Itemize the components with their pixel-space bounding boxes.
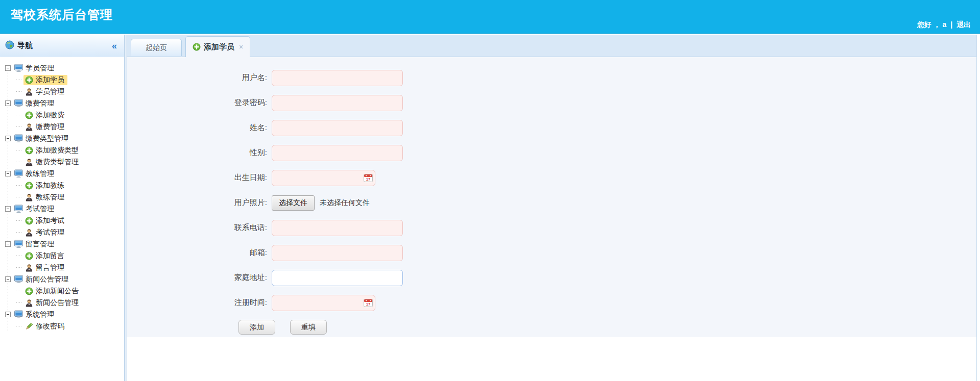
- collapse-node-icon[interactable]: [5, 100, 11, 106]
- add-icon: [25, 181, 33, 190]
- form-row-username: 用户名:: [127, 65, 976, 90]
- svg-text:17: 17: [366, 176, 370, 181]
- name-label: 姓名:: [127, 123, 272, 133]
- tree-item-change-password[interactable]: 修改密码: [5, 320, 124, 332]
- calendar-icon[interactable]: 17: [364, 173, 373, 182]
- form-row-address: 家庭地址:: [127, 265, 976, 290]
- form-row-phone: 联系电话:: [127, 215, 976, 240]
- tree-item-add-exam[interactable]: 添加考试: [5, 215, 124, 226]
- password-field[interactable]: [272, 95, 403, 111]
- tree-item-add-message[interactable]: 添加留言: [5, 250, 124, 262]
- phone-label: 联系电话:: [127, 223, 272, 233]
- app-header: 驾校系统后台管理 您好 ， a | 退出: [0, 0, 980, 34]
- tab-start-page[interactable]: 起始页: [131, 39, 182, 56]
- collapse-node-icon[interactable]: [5, 276, 11, 282]
- form-row-gender: 性别:: [127, 140, 976, 165]
- tree-item-label: 修改密码: [36, 322, 64, 331]
- app-title: 驾校系统后台管理: [11, 7, 113, 23]
- tree-item-add-payment[interactable]: 添加缴费: [5, 109, 124, 121]
- address-field[interactable]: [272, 270, 403, 286]
- tree-item-student-mgmt[interactable]: 学员管理: [5, 62, 124, 74]
- reset-button[interactable]: 重填: [290, 320, 327, 335]
- sidebar-title: 导航: [17, 41, 110, 50]
- tree-item-manage-coach[interactable]: 教练管理: [5, 191, 124, 203]
- user-icon: [25, 193, 33, 201]
- monitor-icon: [14, 134, 23, 143]
- gender-field[interactable]: [272, 145, 403, 161]
- collapse-node-icon[interactable]: [5, 206, 11, 212]
- collapse-node-icon[interactable]: [5, 241, 11, 247]
- birthdate-label: 出生日期:: [127, 173, 272, 183]
- name-field[interactable]: [272, 120, 403, 136]
- tree-item-manage-payment-type[interactable]: 缴费类型管理: [5, 156, 124, 168]
- choose-file-button[interactable]: 选择文件: [272, 195, 315, 211]
- tab-add-student[interactable]: 添加学员 ×: [185, 36, 250, 57]
- tree-item-exam-mgmt[interactable]: 考试管理: [5, 203, 124, 215]
- tab-close-icon[interactable]: ×: [239, 43, 243, 50]
- tree-item-manage-message[interactable]: 留言管理: [5, 262, 124, 273]
- tree-item-system-mgmt[interactable]: 系统管理: [5, 309, 124, 320]
- tree-item-coach-mgmt[interactable]: 教练管理: [5, 168, 124, 180]
- user-icon: [25, 298, 33, 307]
- monitor-icon: [14, 310, 23, 319]
- collapse-node-icon[interactable]: [5, 65, 11, 71]
- greeting-text: 您好 ， a: [917, 20, 947, 29]
- username-field[interactable]: [272, 70, 403, 86]
- tree-item-label: 新闻公告管理: [26, 275, 68, 284]
- main-panel: 起始页 添加学员 × 用户名:登录密码:姓名:性别:出生日期:17用户照片:选择…: [127, 35, 977, 381]
- tree-item-add-payment-type[interactable]: 添加缴费类型: [5, 144, 124, 156]
- form-row-name: 姓名:: [127, 115, 976, 140]
- collapse-node-icon[interactable]: [5, 312, 11, 317]
- add-student-form: 用户名:登录密码:姓名:性别:出生日期:17用户照片:选择文件未选择任何文件联系…: [127, 65, 976, 315]
- email-label: 邮箱:: [127, 248, 272, 258]
- birthdate-field[interactable]: [272, 170, 375, 186]
- tree-item-manage-news[interactable]: 新闻公告管理: [5, 297, 124, 309]
- tree-item-payment-mgmt[interactable]: 缴费管理: [5, 97, 124, 109]
- form-buttons-row: 添加 重填: [127, 320, 976, 335]
- tree-item-manage-payment[interactable]: 缴费管理: [5, 121, 124, 133]
- tree-item-label: 添加新闻公告: [36, 287, 79, 296]
- tree-item-add-student[interactable]: 添加学员: [5, 74, 124, 86]
- username-label: 用户名:: [127, 73, 272, 83]
- form-row-password: 登录密码:: [127, 90, 976, 115]
- tree-item-label: 缴费类型管理: [36, 158, 79, 167]
- phone-field[interactable]: [272, 220, 403, 236]
- sidebar-panel-header: 导航 «: [0, 35, 124, 57]
- user-icon: [25, 228, 33, 237]
- add-icon: [25, 287, 33, 295]
- collapse-sidebar-button[interactable]: «: [110, 41, 119, 50]
- nav-tree: 学员管理添加学员学员管理缴费管理添加缴费缴费管理缴费类型管理添加缴费类型缴费类型…: [0, 57, 124, 332]
- regtime-field[interactable]: [272, 295, 375, 311]
- monitor-icon: [14, 99, 23, 108]
- tree-item-add-coach[interactable]: 添加教练: [5, 180, 124, 191]
- tree-item-label: 添加缴费: [36, 111, 64, 120]
- tree-item-manage-student[interactable]: 学员管理: [5, 86, 124, 97]
- gender-label: 性别:: [127, 148, 272, 158]
- tree-item-payment-type-mgmt[interactable]: 缴费类型管理: [5, 133, 124, 144]
- tree-item-label: 缴费管理: [36, 122, 64, 132]
- user-icon: [25, 122, 33, 131]
- add-button[interactable]: 添加: [238, 320, 275, 335]
- monitor-icon: [14, 240, 23, 248]
- tree-item-manage-exam[interactable]: 考试管理: [5, 226, 124, 238]
- app-root: 驾校系统后台管理 您好 ， a | 退出 导航 « 学员管理添加学员学员管理缴费…: [0, 0, 980, 381]
- password-label: 登录密码:: [127, 98, 272, 108]
- tree-item-message-mgmt[interactable]: 留言管理: [5, 238, 124, 250]
- email-field[interactable]: [272, 245, 403, 261]
- tree-item-label: 缴费管理: [26, 99, 54, 108]
- tree-item-add-news[interactable]: 添加新闻公告: [5, 285, 124, 297]
- monitor-icon: [14, 169, 23, 178]
- tree-item-label: 留言管理: [26, 240, 54, 249]
- logout-link[interactable]: 退出: [957, 20, 971, 29]
- calendar-icon[interactable]: 17: [364, 298, 373, 307]
- tree-item-label: 添加考试: [36, 216, 64, 225]
- tree-item-label: 添加缴费类型: [36, 146, 79, 155]
- collapse-node-icon[interactable]: [5, 136, 11, 141]
- file-status-text: 未选择任何文件: [320, 198, 370, 208]
- collapse-node-icon[interactable]: [5, 171, 11, 176]
- tab-label: 添加学员: [204, 42, 234, 52]
- user-icon: [25, 158, 33, 166]
- tree-item-label: 学员管理: [36, 87, 64, 96]
- user-icon: [25, 263, 33, 272]
- tree-item-news-mgmt[interactable]: 新闻公告管理: [5, 273, 124, 285]
